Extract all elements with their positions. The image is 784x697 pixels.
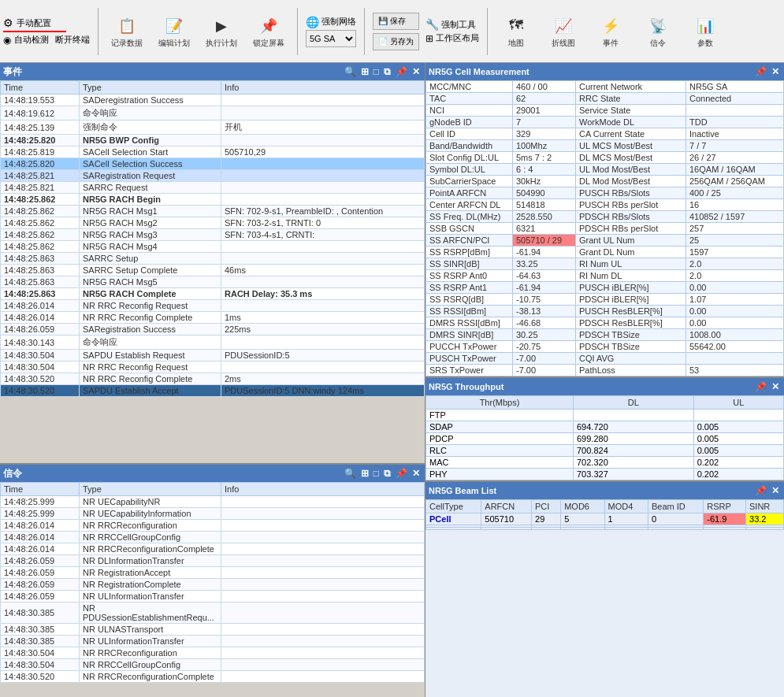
table-row[interactable]: 14:48:25.862NR5G RACH Msg3SFN: 703-4-s1,… [1, 229, 425, 241]
params-button[interactable]: 📊 参数 [685, 13, 726, 50]
cmd-close-icon[interactable]: ✕ [411, 468, 422, 479]
table-row[interactable]: 14:48:30.385NR PDUSessionEstablishmentRe… [1, 602, 425, 624]
table-row[interactable]: 14:48:26.014NR RRC Reconfig Request [1, 300, 425, 312]
table-row[interactable]: SRS TxPower-7.00PathLoss53 [426, 365, 784, 376]
table-row[interactable]: SS ARFCN/PCI505710 / 29Grant UL Num25 [426, 235, 784, 247]
table-row[interactable]: PHY703.3270.202 [426, 469, 784, 480]
disconnect-label[interactable]: 断开终端 [55, 34, 90, 46]
table-row[interactable]: Symbol DL:UL6 : 4UL Mod Most/Best16QAM /… [426, 164, 784, 176]
table-row[interactable]: 14:48:26.014NR RRCReconfigurationComplet… [1, 543, 425, 555]
table-row[interactable]: NCI29001Service State [426, 105, 784, 117]
table-row[interactable]: 14:48:26.014NR RRC Reconfig Complete1ms [1, 312, 425, 324]
table-row[interactable]: 14:48:30.504SAPDU Establish RequestPDUSe… [1, 350, 425, 361]
events-filter-icon[interactable]: ⊞ [359, 66, 370, 77]
cmd-filter-icon[interactable]: ⊞ [359, 468, 370, 479]
table-row[interactable]: 14:48:25.863NR5G RACH Msg5 [1, 276, 425, 288]
table-row[interactable]: 14:48:25.820NR5G BWP Config [1, 135, 425, 146]
table-row[interactable]: 14:48:30.520NR RRCReconfigurationComplet… [1, 671, 425, 683]
events-close-icon[interactable]: ✕ [411, 66, 422, 77]
table-row[interactable]: SS RSRP Ant0-64.63RI Num DL2.0 [426, 270, 784, 282]
table-row[interactable]: PUSCH TxPower-7.00CQI AVG [426, 353, 784, 365]
signal-button[interactable]: 📡 信令 [637, 13, 678, 50]
table-row[interactable]: 14:48:25.999NR UECapabilityNR [1, 496, 425, 508]
table-row[interactable]: 14:48:25.862NR5G RACH Msg4 [1, 241, 425, 253]
record-button[interactable]: 📋 记录数据 [106, 13, 147, 50]
cmd-expand-icon[interactable]: □ [372, 468, 381, 479]
table-row[interactable]: DMRS RSSI[dBm]-46.68PDSCH ResBLER[%]0.00 [426, 317, 784, 329]
table-row[interactable]: 14:48:30.520SAPDU Establish AcceptPDUSes… [1, 385, 425, 397]
events-button[interactable]: ⚡ 事件 [590, 13, 631, 50]
cmd-pin-icon[interactable]: 📌 [394, 468, 409, 479]
table-row[interactable]: 14:48:30.143命令响应 [1, 336, 425, 350]
cm-pin-icon[interactable]: 📌 [753, 66, 768, 77]
table-row[interactable]: PointA ARFCN504990PUSCH RBs/Slots400 / 2… [426, 187, 784, 199]
table-row[interactable]: 14:48:25.139强制命令开机 [1, 120, 425, 135]
table-row[interactable]: PDCP699.2800.005 [426, 433, 784, 445]
cm-close-icon[interactable]: ✕ [770, 66, 781, 77]
table-row[interactable]: 14:48:30.520NR RRC Reconfig Complete2ms [1, 373, 425, 385]
events-copy-icon[interactable]: ⧉ [382, 66, 392, 77]
table-row[interactable]: Center ARFCN DL514818PUSCH RBs perSlot16 [426, 199, 784, 211]
save-as-button[interactable]: 📄 另存为 [373, 33, 419, 50]
table-row[interactable]: 14:48:26.059NR RegistrationAccept [1, 567, 425, 579]
table-row[interactable]: SubCarrierSpace30kHzDL Mod Most/Best256Q… [426, 176, 784, 187]
table-row[interactable]: MCC/MNC460 / 00Current NetworkNR5G SA [426, 81, 784, 93]
cmd-search-icon[interactable]: 🔍 [343, 468, 358, 479]
table-row[interactable]: DMRS SINR[dB]30.25PDSCH TBSize1008.00 [426, 329, 784, 341]
table-row[interactable]: 14:48:25.821SARRC Request [1, 182, 425, 194]
table-row[interactable]: 14:48:30.385NR ULNASTransport [1, 624, 425, 636]
table-row[interactable]: SS Freq. DL(MHz)2528.550PDSCH RBs/Slots4… [426, 211, 784, 223]
table-row[interactable]: SSB GSCN6321PDSCH RBs perSlot257 [426, 223, 784, 235]
table-row[interactable]: FTP [426, 410, 784, 421]
thr-pin-icon[interactable]: 📌 [753, 381, 768, 392]
table-row[interactable]: 14:48:25.862NR5G RACH Begin [1, 194, 425, 206]
commands-table-container[interactable]: Time Type Info 14:48:25.999NR UECapabili… [0, 482, 425, 697]
table-row[interactable]: 14:48:25.819SACell Selection Start505710… [1, 146, 425, 158]
auto-detect-row[interactable]: ◉ 自动检测 断开终端 [3, 34, 90, 46]
table-row[interactable]: 14:48:30.504NR RRC Reconfig Request [1, 361, 425, 373]
chart-button[interactable]: 📈 折线图 [543, 13, 584, 50]
beam-close-icon[interactable]: ✕ [770, 485, 781, 496]
thr-close-icon[interactable]: ✕ [770, 381, 781, 392]
manual-config-row[interactable]: ⚙ 手动配置 [3, 17, 90, 29]
edit-plan-button[interactable]: 📝 编辑计划 [154, 13, 195, 50]
lock-screen-button[interactable]: 📌 锁定屏幕 [248, 13, 289, 50]
table-row[interactable]: 14:48:26.059NR ULInformationTransfer [1, 591, 425, 602]
table-row[interactable]: 14:48:30.504NR RRCReconfiguration [1, 647, 425, 659]
table-row[interactable]: PCell 505710 29 5 1 0 -61.9 33.2 [426, 513, 784, 525]
table-row[interactable]: 14:48:25.862NR5G RACH Msg1SFN: 702-9-s1,… [1, 206, 425, 217]
table-row[interactable]: RLC700.8240.005 [426, 445, 784, 457]
table-row[interactable]: PUCCH TxPower-20.75PDSCH TBSize55642.00 [426, 341, 784, 353]
beam-pin-icon[interactable]: 📌 [753, 485, 768, 496]
table-row[interactable] [426, 528, 784, 530]
table-row[interactable]: 14:48:30.504NR RRCCellGroupConfig [1, 659, 425, 671]
map-button[interactable]: 🗺 地图 [496, 13, 537, 50]
table-row[interactable]: SS SINR[dB]33.25RI Num UL2.0 [426, 258, 784, 270]
table-row[interactable]: SS RSRP Ant1-61.94PUSCH iBLER[%]0.00 [426, 282, 784, 294]
table-row[interactable]: 14:48:26.059SARegistration Success225ms [1, 324, 425, 336]
network-select[interactable]: 5G SA [306, 30, 356, 47]
events-expand-icon[interactable]: □ [372, 66, 381, 77]
cell-measurement-table-container[interactable]: MCC/MNC460 / 00Current NetworkNR5G SA TA… [425, 80, 784, 376]
table-row[interactable]: 14:48:25.863SARRC Setup [1, 253, 425, 265]
table-row[interactable]: 14:48:25.863NR5G RACH CompleteRACH Delay… [1, 288, 425, 300]
table-row[interactable]: SS RSRQ[dB]-10.75PDSCH iBLER[%]1.07 [426, 294, 784, 306]
events-pin-icon[interactable]: 📌 [394, 66, 409, 77]
table-row[interactable]: 14:48:19.612命令响应 [1, 106, 425, 120]
table-row[interactable]: 14:48:25.999NR UECapabilityInformation [1, 508, 425, 520]
table-row[interactable]: 14:48:25.820SACell Selection Success [1, 158, 425, 170]
save-button[interactable]: 💾 保存 [373, 13, 419, 30]
table-row[interactable]: 14:48:26.059NR RegistrationComplete [1, 579, 425, 591]
table-row[interactable]: 14:48:26.059NR DLInformationTransfer [1, 555, 425, 567]
table-row[interactable]: TAC62RRC StateConnected [426, 93, 784, 105]
table-row[interactable]: 14:48:25.862NR5G RACH Msg2SFN: 703-2-s1,… [1, 217, 425, 229]
table-row[interactable]: gNodeB ID7WorkMode DLTDD [426, 117, 784, 128]
table-row[interactable]: Cell ID329CA Current StateInactive [426, 128, 784, 140]
table-row[interactable]: 14:48:26.014NR RRCCellGroupConfig [1, 532, 425, 543]
table-row[interactable]: Band/Bandwidth100MhzUL MCS Most/Best7 / … [426, 140, 784, 152]
table-row[interactable]: SS RSRP[dBm]-61.94Grant DL Num1597 [426, 247, 784, 258]
table-row[interactable]: 14:48:30.385NR ULInformationTransfer [1, 636, 425, 647]
events-table-container[interactable]: Time Type Info 14:48:19.553SADeregistrat… [0, 80, 425, 463]
execute-button[interactable]: ▶ 执行计划 [201, 13, 242, 50]
table-row[interactable]: SDAP694.7200.005 [426, 421, 784, 433]
